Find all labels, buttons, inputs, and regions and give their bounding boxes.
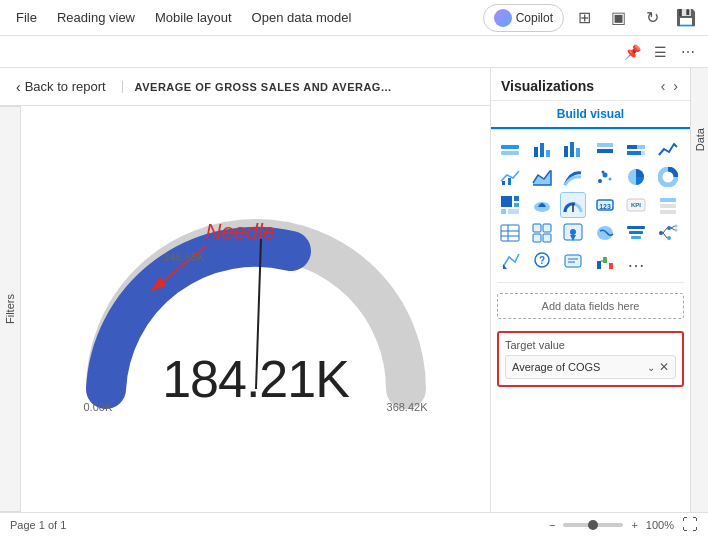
pie-chart-icon[interactable] bbox=[623, 164, 649, 190]
kpi-icon[interactable]: KPI bbox=[623, 192, 649, 218]
table-icon[interactable] bbox=[497, 220, 523, 246]
zoom-plus-icon[interactable]: + bbox=[631, 519, 637, 531]
funnel-chart-icon[interactable] bbox=[623, 220, 649, 246]
data-panel-label: Data bbox=[694, 128, 706, 151]
svg-rect-28 bbox=[501, 209, 506, 214]
pin-icon[interactable]: 📌 bbox=[620, 40, 644, 64]
viz-collapse-left-icon[interactable]: ‹ bbox=[659, 76, 668, 96]
back-to-report-button[interactable]: ‹ Back to report bbox=[8, 75, 114, 99]
file-menu[interactable]: File bbox=[8, 6, 45, 29]
card-icon[interactable]: 123 bbox=[592, 192, 618, 218]
zoom-slider[interactable] bbox=[563, 523, 623, 527]
svg-rect-69 bbox=[603, 257, 607, 263]
svg-rect-13 bbox=[627, 145, 637, 149]
gauge-icon[interactable] bbox=[560, 192, 586, 218]
svg-text:KPI: KPI bbox=[631, 202, 641, 208]
svg-rect-65 bbox=[565, 255, 581, 267]
toolbar: 📌 ☰ ⋯ bbox=[0, 36, 708, 68]
zoom-minus-icon[interactable]: − bbox=[549, 519, 555, 531]
copilot-button[interactable]: Copilot bbox=[483, 4, 564, 32]
svg-rect-8 bbox=[564, 146, 568, 157]
line-chart-icon[interactable] bbox=[655, 136, 681, 162]
open-data-model-menu[interactable]: Open data model bbox=[244, 6, 360, 29]
filters-tab[interactable]: Filters bbox=[0, 106, 21, 512]
filled-map-icon[interactable] bbox=[592, 220, 618, 246]
target-close-icon[interactable]: ✕ bbox=[659, 360, 669, 374]
zoom-level: 100% bbox=[646, 519, 674, 531]
target-value-field: Average of COGS ⌄ ✕ bbox=[505, 355, 676, 379]
gauge-container: Needle 146.65K bbox=[76, 189, 436, 429]
save-icon[interactable]: 💾 bbox=[672, 4, 700, 32]
back-chevron-icon: ‹ bbox=[16, 79, 21, 95]
add-data-field[interactable]: Add data fields here bbox=[497, 293, 684, 319]
filter-icon[interactable]: ☰ bbox=[648, 40, 672, 64]
gauge-needle-value: 146.65K bbox=[164, 251, 205, 263]
ribbon-chart-icon[interactable] bbox=[560, 164, 586, 190]
svg-rect-3 bbox=[501, 145, 519, 149]
reading-view-menu[interactable]: Reading view bbox=[49, 6, 143, 29]
svg-text:?: ? bbox=[538, 255, 544, 266]
menu-bar: File Reading view Mobile layout Open dat… bbox=[0, 0, 708, 36]
svg-rect-50 bbox=[627, 226, 645, 229]
data-panel-tab[interactable]: Data bbox=[690, 68, 708, 512]
status-bar: Page 1 of 1 − + 100% ⛶ bbox=[0, 512, 708, 536]
azure-map-icon[interactable] bbox=[560, 220, 586, 246]
viz-collapse-right-icon[interactable]: › bbox=[671, 76, 680, 96]
refresh-icon[interactable]: ↻ bbox=[638, 4, 666, 32]
target-value-text: Average of COGS bbox=[512, 361, 600, 373]
target-chevron-icon[interactable]: ⌄ bbox=[647, 362, 655, 373]
more-visuals-icon[interactable]: … bbox=[623, 248, 649, 274]
svg-rect-7 bbox=[546, 150, 550, 157]
viz-panel-arrows: ‹ › bbox=[659, 76, 680, 96]
svg-rect-29 bbox=[508, 209, 519, 214]
target-field-icons: ⌄ ✕ bbox=[647, 360, 669, 374]
clustered-column-icon[interactable] bbox=[560, 136, 586, 162]
display-icon[interactable]: ▣ bbox=[604, 4, 632, 32]
fit-to-screen-icon[interactable]: ⛶ bbox=[682, 516, 698, 534]
more-icon[interactable]: ⋯ bbox=[676, 40, 700, 64]
svg-rect-16 bbox=[641, 151, 645, 155]
svg-rect-45 bbox=[533, 234, 541, 242]
svg-rect-27 bbox=[514, 203, 519, 207]
binoculars-icon[interactable]: ⊞ bbox=[570, 4, 598, 32]
waterfall-icon[interactable] bbox=[592, 248, 618, 274]
svg-rect-37 bbox=[660, 204, 676, 208]
area-chart-icon[interactable] bbox=[529, 164, 555, 190]
status-right: − + 100% ⛶ bbox=[549, 516, 698, 534]
matrix-icon[interactable] bbox=[529, 220, 555, 246]
stacked-column-icon[interactable] bbox=[592, 136, 618, 162]
needle-arrow-svg bbox=[136, 241, 216, 301]
svg-rect-43 bbox=[533, 224, 541, 232]
target-section: Target value Average of COGS ⌄ ✕ bbox=[497, 331, 684, 387]
svg-point-57 bbox=[667, 236, 671, 240]
back-to-report-label: Back to report bbox=[25, 79, 106, 94]
decomp-tree-icon[interactable] bbox=[655, 220, 681, 246]
viz-panel-title: Visualizations bbox=[501, 78, 594, 94]
slicer-icon[interactable] bbox=[655, 192, 681, 218]
line-clustered-icon[interactable] bbox=[497, 164, 523, 190]
mobile-layout-menu[interactable]: Mobile layout bbox=[147, 6, 240, 29]
map-icon[interactable] bbox=[529, 192, 555, 218]
svg-rect-4 bbox=[501, 151, 519, 155]
smart-narrative-icon[interactable] bbox=[560, 248, 586, 274]
svg-point-22 bbox=[601, 171, 604, 174]
scatter-chart-icon[interactable] bbox=[592, 164, 618, 190]
svg-rect-51 bbox=[629, 231, 643, 234]
donut-chart-icon[interactable] bbox=[655, 164, 681, 190]
svg-rect-25 bbox=[501, 196, 512, 207]
canvas-area: ‹ Back to report AVERAGE OF GROSS SALES … bbox=[0, 68, 490, 512]
svg-rect-39 bbox=[501, 225, 519, 241]
100pct-stacked-bar-icon[interactable] bbox=[623, 136, 649, 162]
needle-label-text: Needle bbox=[206, 219, 276, 245]
svg-point-61 bbox=[674, 229, 677, 232]
treemap-icon[interactable] bbox=[497, 192, 523, 218]
svg-rect-44 bbox=[543, 224, 551, 232]
qa-visual-icon[interactable]: ? bbox=[529, 248, 555, 274]
stacked-bar-icon[interactable] bbox=[497, 136, 523, 162]
svg-rect-15 bbox=[627, 151, 641, 155]
build-visual-tab[interactable]: Build visual bbox=[491, 101, 690, 129]
clustered-bar-icon[interactable] bbox=[529, 136, 555, 162]
key-influencers-icon[interactable] bbox=[497, 248, 523, 274]
target-value-label: Target value bbox=[505, 339, 676, 351]
svg-point-60 bbox=[674, 225, 677, 228]
